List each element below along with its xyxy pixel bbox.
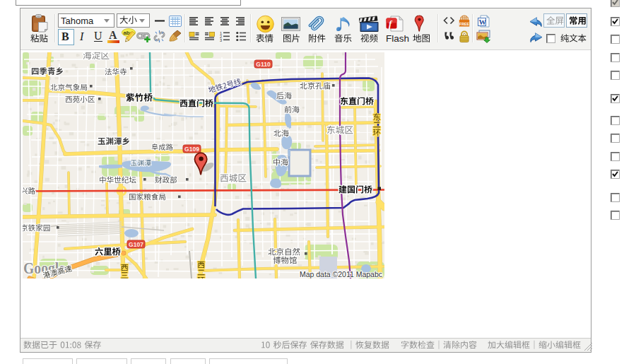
svg-text:G109: G109 bbox=[184, 146, 199, 153]
svg-text:3: 3 bbox=[220, 38, 222, 42]
svg-text:G107: G107 bbox=[129, 241, 143, 248]
svg-text:W: W bbox=[478, 18, 486, 26]
svg-text:FREE: FREE bbox=[459, 21, 469, 26]
svg-text:G110: G110 bbox=[256, 61, 271, 68]
svg-text:Map data ©2011 Mapabc: Map data ©2011 Mapabc bbox=[300, 270, 382, 278]
